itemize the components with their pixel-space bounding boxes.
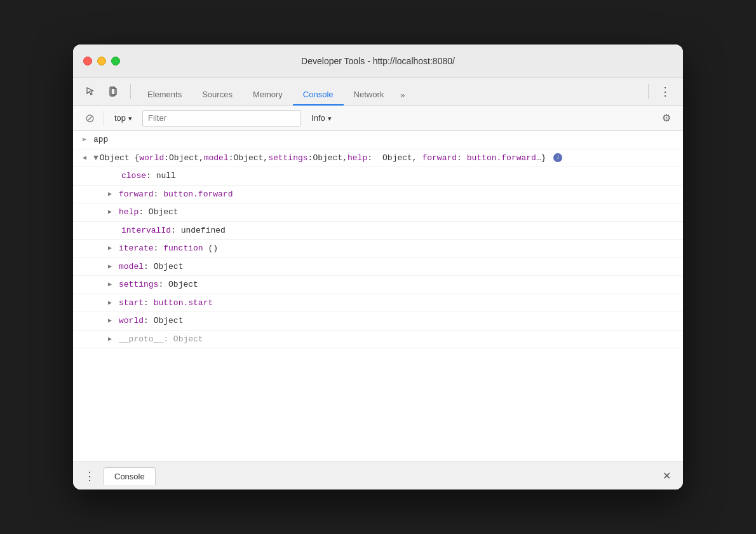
bottom-bar: ⋮ Console ✕ bbox=[73, 462, 683, 489]
tab-elements[interactable]: Elements bbox=[137, 85, 192, 106]
close-drawer-button[interactable]: ✕ bbox=[658, 467, 675, 485]
window-title: Developer Tools - http://localhost:8080/ bbox=[301, 56, 455, 66]
object-keyword: Object { bbox=[100, 152, 139, 165]
intervalid-key: intervalId bbox=[121, 226, 171, 235]
console-toolbar: ⊘ top Info ⚙ bbox=[73, 106, 683, 131]
console-line-proto: __proto__: Object bbox=[116, 333, 678, 346]
iterate-func-keyword: function bbox=[163, 243, 203, 253]
expand-model-icon[interactable] bbox=[108, 262, 112, 271]
tri-down-icon[interactable]: ▼ bbox=[93, 152, 98, 165]
console-line-forward: forward: button.forward bbox=[116, 188, 678, 201]
close-val: null bbox=[156, 171, 176, 181]
prop-settings-val: Object bbox=[313, 152, 342, 165]
context-selector[interactable]: top bbox=[109, 111, 137, 125]
prop-sep5: : bbox=[457, 153, 467, 163]
console-row-intervalid: intervalId: undefined bbox=[73, 222, 683, 240]
device-toggle-button[interactable] bbox=[104, 81, 124, 102]
app-label: app bbox=[93, 135, 108, 144]
devtools-toolbar: Elements Sources Memory Console Network … bbox=[73, 78, 683, 106]
row-gutter-world bbox=[104, 315, 116, 325]
devtools-window: Developer Tools - http://localhost:8080/… bbox=[73, 44, 683, 489]
console-drawer-tab[interactable]: Console bbox=[104, 467, 156, 485]
prop-help-val: Object bbox=[382, 153, 412, 163]
prop-comma1: , bbox=[199, 152, 204, 165]
expand-start-icon[interactable] bbox=[108, 298, 112, 308]
info-icon[interactable]: i bbox=[553, 153, 562, 162]
start-val: button.start bbox=[154, 298, 213, 308]
console-line-world: world: Object bbox=[116, 315, 678, 327]
filter-input[interactable] bbox=[142, 110, 301, 127]
console-row-model: model: Object bbox=[73, 258, 683, 277]
level-selector[interactable]: Info bbox=[306, 111, 337, 125]
tab-network[interactable]: Network bbox=[344, 85, 395, 106]
prop-settings-key: settings bbox=[268, 152, 307, 165]
row-gutter-obj: ◀ bbox=[78, 152, 91, 163]
console-output: app ◀ ▼ Object {world: Object, model: Ob… bbox=[73, 131, 683, 462]
iterate-val: () bbox=[203, 243, 218, 253]
console-row-start: start: button.start bbox=[73, 294, 683, 313]
world-key: world bbox=[119, 316, 144, 325]
clear-console-button[interactable]: ⊘ bbox=[81, 109, 98, 127]
prop-sep1: : bbox=[164, 152, 169, 165]
console-row-app: app bbox=[73, 131, 683, 149]
forward-key: forward bbox=[119, 189, 154, 199]
minimize-button[interactable] bbox=[97, 57, 106, 65]
console-line-start: start: button.start bbox=[116, 297, 678, 310]
row-gutter-close bbox=[106, 170, 119, 171]
toolbar-divider-right bbox=[648, 84, 649, 99]
tab-console[interactable]: Console bbox=[293, 85, 344, 106]
start-sep: : bbox=[144, 298, 154, 308]
bottom-menu-button[interactable]: ⋮ bbox=[81, 467, 98, 485]
prop-help-key: help bbox=[348, 152, 367, 165]
object-line2: Object, forward: button.forward…} i bbox=[372, 152, 562, 165]
row-gutter-intervalid bbox=[106, 224, 119, 226]
row-gutter-start bbox=[104, 297, 116, 308]
console-line-object: ▼ Object {world: Object, model: Object, … bbox=[91, 152, 678, 165]
row-gutter bbox=[78, 134, 91, 145]
console-line-iterate: iterate: function () bbox=[116, 242, 678, 255]
expand-help-icon[interactable] bbox=[108, 207, 112, 217]
console-row-proto: __proto__: Object bbox=[73, 331, 683, 349]
expand-proto-icon[interactable] bbox=[108, 334, 112, 344]
expand-world-icon[interactable] bbox=[108, 316, 112, 325]
expand-settings-icon[interactable] bbox=[108, 280, 112, 289]
world-val: Object bbox=[154, 316, 184, 325]
settings-key: settings bbox=[119, 280, 158, 289]
back-icon[interactable]: ◀ bbox=[83, 153, 86, 163]
start-key: start bbox=[119, 298, 144, 308]
context-chevron-icon bbox=[128, 113, 132, 123]
tab-memory[interactable]: Memory bbox=[243, 85, 293, 106]
toolbar-divider bbox=[130, 84, 131, 99]
console-row-world: world: Object bbox=[73, 312, 683, 331]
model-val: Object bbox=[154, 262, 184, 271]
expand-forward-icon[interactable] bbox=[108, 189, 112, 199]
prop-sep3: : bbox=[308, 152, 313, 165]
console-row-close: close: null bbox=[73, 167, 683, 186]
row-gutter-settings bbox=[104, 278, 116, 289]
iterate-sep: : bbox=[154, 243, 164, 253]
maximize-button[interactable] bbox=[111, 57, 120, 65]
row-gutter-forward bbox=[104, 188, 116, 199]
prop-forward-key: forward bbox=[422, 153, 457, 163]
expand-iterate-icon[interactable] bbox=[108, 243, 112, 253]
prop-ellipsis: …} bbox=[536, 153, 546, 163]
close-button[interactable] bbox=[83, 57, 92, 65]
inspect-element-button[interactable] bbox=[81, 81, 101, 102]
console-line-settings: settings: Object bbox=[116, 278, 678, 291]
console-line-help: help: Object bbox=[116, 206, 678, 219]
tabs-container: Elements Sources Memory Console Network … bbox=[137, 78, 642, 105]
row-gutter-iterate bbox=[104, 242, 116, 253]
console-line-app: app bbox=[91, 134, 678, 146]
prop-model-val: Object bbox=[234, 152, 264, 165]
console-settings-button[interactable]: ⚙ bbox=[658, 109, 675, 127]
close-key: close bbox=[121, 171, 146, 181]
expand-icon[interactable] bbox=[83, 135, 86, 145]
tab-sources[interactable]: Sources bbox=[192, 85, 243, 106]
iterate-key: iterate bbox=[119, 243, 154, 253]
row-gutter-help bbox=[104, 206, 116, 217]
svg-rect-1 bbox=[111, 88, 116, 95]
proto-val: Object bbox=[173, 334, 203, 344]
devtools-menu-button[interactable]: ⋮ bbox=[655, 81, 675, 102]
help-key: help bbox=[119, 207, 138, 217]
more-tabs-button[interactable]: » bbox=[394, 85, 411, 105]
